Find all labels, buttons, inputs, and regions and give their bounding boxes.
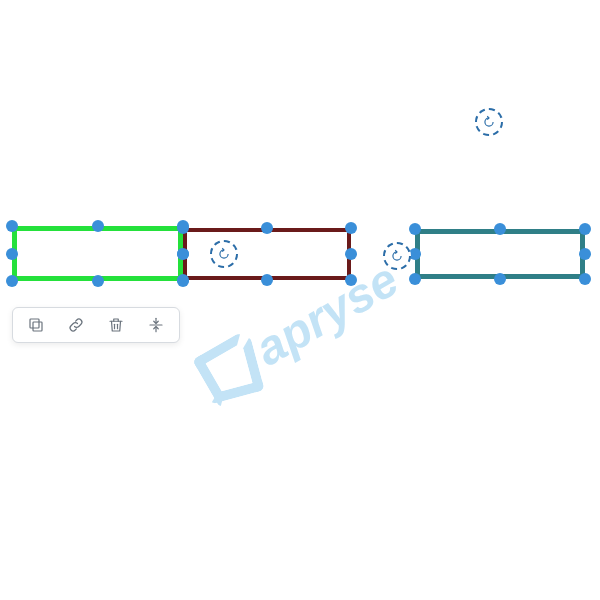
delete-icon[interactable]	[105, 314, 127, 336]
resize-handle-ne[interactable]	[345, 222, 357, 234]
watermark-logo	[192, 332, 268, 408]
resize-handle-nw[interactable]	[409, 223, 421, 235]
resize-handle-e[interactable]	[579, 248, 591, 260]
resize-handle-se[interactable]	[345, 274, 357, 286]
svg-rect-1	[30, 319, 39, 328]
resize-handle-w[interactable]	[177, 248, 189, 260]
resize-handle-n[interactable]	[494, 223, 506, 235]
copy-icon[interactable]	[25, 314, 47, 336]
canvas[interactable]: apryse	[0, 0, 600, 600]
resize-handle-w[interactable]	[6, 248, 18, 260]
resize-handle-n[interactable]	[92, 220, 104, 232]
annotation-outline	[12, 226, 183, 281]
resize-handle-s[interactable]	[494, 273, 506, 285]
svg-rect-0	[33, 322, 42, 331]
annotation-rect-teal[interactable]	[415, 229, 585, 279]
annotation-rect-maroon[interactable]	[183, 228, 351, 280]
rotate-handle[interactable]	[475, 108, 503, 136]
resize-handle-e[interactable]	[345, 248, 357, 260]
collapse-vertical-icon[interactable]	[145, 314, 167, 336]
annotation-outline	[415, 229, 585, 279]
resize-handle-n[interactable]	[261, 222, 273, 234]
resize-handle-sw[interactable]	[409, 273, 421, 285]
annotation-outline	[183, 228, 351, 280]
annotation-rect-green[interactable]	[12, 226, 183, 281]
annotation-toolbar	[12, 307, 180, 343]
rotate-handle[interactable]	[383, 242, 411, 270]
resize-handle-nw[interactable]	[6, 220, 18, 232]
resize-handle-s[interactable]	[261, 274, 273, 286]
resize-handle-s[interactable]	[92, 275, 104, 287]
link-icon[interactable]	[65, 314, 87, 336]
resize-handle-sw[interactable]	[177, 274, 189, 286]
resize-handle-nw[interactable]	[177, 222, 189, 234]
resize-handle-se[interactable]	[579, 273, 591, 285]
rotate-handle[interactable]	[210, 240, 238, 268]
resize-handle-ne[interactable]	[579, 223, 591, 235]
resize-handle-sw[interactable]	[6, 275, 18, 287]
